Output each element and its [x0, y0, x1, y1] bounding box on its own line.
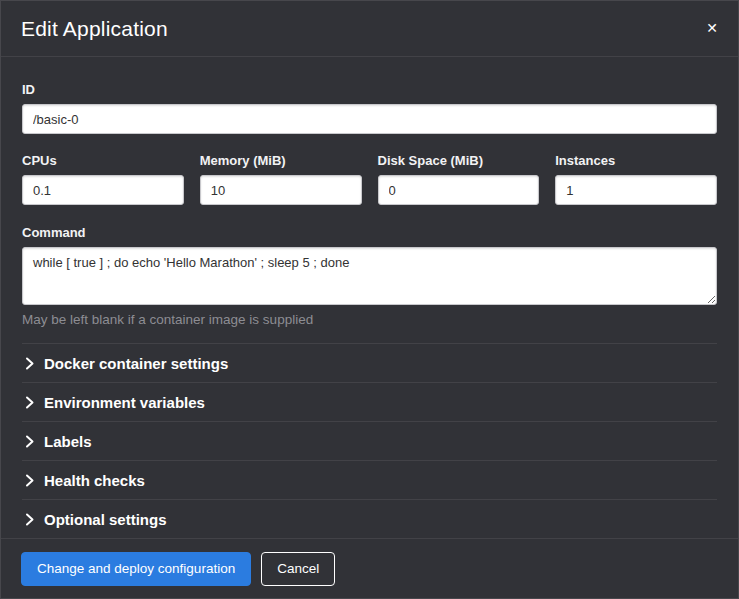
section-docker-container-settings[interactable]: Docker container settings	[22, 343, 717, 382]
instances-input[interactable]	[555, 175, 717, 205]
disk-field-group: Disk Space (MiB)	[378, 153, 540, 205]
section-label: Docker container settings	[44, 355, 228, 372]
section-label: Environment variables	[44, 394, 205, 411]
change-and-deploy-button[interactable]: Change and deploy configuration	[21, 552, 251, 586]
collapsible-sections: Docker container settings Environment va…	[22, 343, 717, 538]
disk-input[interactable]	[378, 175, 540, 205]
close-icon[interactable]: ✕	[702, 17, 722, 39]
instances-field-group: Instances	[555, 153, 717, 205]
section-label: Optional settings	[44, 511, 167, 528]
command-textarea[interactable]: while [ true ] ; do echo 'Hello Marathon…	[22, 247, 717, 305]
section-labels[interactable]: Labels	[22, 421, 717, 460]
section-environment-variables[interactable]: Environment variables	[22, 382, 717, 421]
cpus-input[interactable]	[22, 175, 184, 205]
id-label: ID	[22, 82, 717, 97]
cpus-label: CPUs	[22, 153, 184, 168]
section-label: Labels	[44, 433, 92, 450]
chevron-right-icon	[22, 513, 36, 526]
cancel-button[interactable]: Cancel	[261, 552, 335, 586]
chevron-right-icon	[22, 435, 36, 448]
section-label: Health checks	[44, 472, 145, 489]
chevron-right-icon	[22, 396, 36, 409]
instances-label: Instances	[555, 153, 717, 168]
command-label: Command	[22, 225, 717, 240]
modal-footer: Change and deploy configuration Cancel	[1, 538, 738, 599]
id-input[interactable]	[22, 104, 717, 134]
memory-field-group: Memory (MiB)	[200, 153, 362, 205]
cpus-field-group: CPUs	[22, 153, 184, 205]
section-health-checks[interactable]: Health checks	[22, 460, 717, 499]
modal-body: ID CPUs Memory (MiB) Disk Space (MiB) In…	[1, 57, 738, 538]
edit-application-modal: Edit Application ✕ ID CPUs Memory (MiB) …	[0, 0, 739, 599]
memory-input[interactable]	[200, 175, 362, 205]
modal-header: Edit Application ✕	[1, 1, 738, 57]
id-field-group: ID	[22, 82, 717, 134]
chevron-right-icon	[22, 474, 36, 487]
chevron-right-icon	[22, 357, 36, 370]
command-field-group: Command while [ true ] ; do echo 'Hello …	[22, 225, 717, 327]
section-optional-settings[interactable]: Optional settings	[22, 499, 717, 538]
disk-label: Disk Space (MiB)	[378, 153, 540, 168]
resource-fields-row: CPUs Memory (MiB) Disk Space (MiB) Insta…	[22, 153, 717, 205]
memory-label: Memory (MiB)	[200, 153, 362, 168]
command-help-text: May be left blank if a container image i…	[22, 312, 717, 327]
page-title: Edit Application	[21, 17, 718, 41]
